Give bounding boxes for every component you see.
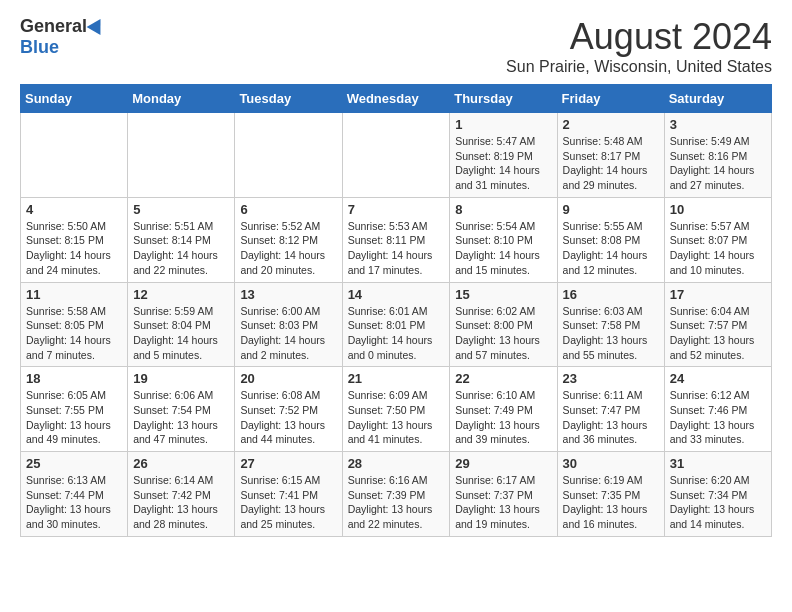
logo-general-text: General bbox=[20, 16, 87, 37]
calendar-cell: 28Sunrise: 6:16 AM Sunset: 7:39 PM Dayli… bbox=[342, 452, 450, 537]
calendar-table: SundayMondayTuesdayWednesdayThursdayFrid… bbox=[20, 84, 772, 537]
day-of-week-header: Saturday bbox=[664, 85, 771, 113]
day-of-week-header: Monday bbox=[128, 85, 235, 113]
day-number: 4 bbox=[26, 202, 122, 217]
day-number: 15 bbox=[455, 287, 551, 302]
calendar-cell: 2Sunrise: 5:48 AM Sunset: 8:17 PM Daylig… bbox=[557, 113, 664, 198]
calendar-cell: 25Sunrise: 6:13 AM Sunset: 7:44 PM Dayli… bbox=[21, 452, 128, 537]
calendar-cell: 26Sunrise: 6:14 AM Sunset: 7:42 PM Dayli… bbox=[128, 452, 235, 537]
day-number: 17 bbox=[670, 287, 766, 302]
day-number: 21 bbox=[348, 371, 445, 386]
calendar-header-row: SundayMondayTuesdayWednesdayThursdayFrid… bbox=[21, 85, 772, 113]
day-info: Sunrise: 5:51 AM Sunset: 8:14 PM Dayligh… bbox=[133, 219, 229, 278]
day-info: Sunrise: 5:50 AM Sunset: 8:15 PM Dayligh… bbox=[26, 219, 122, 278]
calendar-cell: 13Sunrise: 6:00 AM Sunset: 8:03 PM Dayli… bbox=[235, 282, 342, 367]
day-info: Sunrise: 6:10 AM Sunset: 7:49 PM Dayligh… bbox=[455, 388, 551, 447]
day-number: 19 bbox=[133, 371, 229, 386]
day-of-week-header: Wednesday bbox=[342, 85, 450, 113]
logo-triangle-icon bbox=[87, 14, 108, 34]
day-info: Sunrise: 5:52 AM Sunset: 8:12 PM Dayligh… bbox=[240, 219, 336, 278]
day-info: Sunrise: 6:05 AM Sunset: 7:55 PM Dayligh… bbox=[26, 388, 122, 447]
day-info: Sunrise: 6:13 AM Sunset: 7:44 PM Dayligh… bbox=[26, 473, 122, 532]
calendar-cell: 17Sunrise: 6:04 AM Sunset: 7:57 PM Dayli… bbox=[664, 282, 771, 367]
month-year-title: August 2024 bbox=[506, 16, 772, 58]
day-info: Sunrise: 6:09 AM Sunset: 7:50 PM Dayligh… bbox=[348, 388, 445, 447]
day-number: 13 bbox=[240, 287, 336, 302]
day-of-week-header: Tuesday bbox=[235, 85, 342, 113]
calendar-cell: 9Sunrise: 5:55 AM Sunset: 8:08 PM Daylig… bbox=[557, 197, 664, 282]
day-of-week-header: Thursday bbox=[450, 85, 557, 113]
calendar-cell: 29Sunrise: 6:17 AM Sunset: 7:37 PM Dayli… bbox=[450, 452, 557, 537]
day-info: Sunrise: 6:04 AM Sunset: 7:57 PM Dayligh… bbox=[670, 304, 766, 363]
calendar-cell bbox=[21, 113, 128, 198]
calendar-week-row: 25Sunrise: 6:13 AM Sunset: 7:44 PM Dayli… bbox=[21, 452, 772, 537]
day-info: Sunrise: 5:47 AM Sunset: 8:19 PM Dayligh… bbox=[455, 134, 551, 193]
day-number: 28 bbox=[348, 456, 445, 471]
day-of-week-header: Friday bbox=[557, 85, 664, 113]
day-number: 1 bbox=[455, 117, 551, 132]
day-info: Sunrise: 5:57 AM Sunset: 8:07 PM Dayligh… bbox=[670, 219, 766, 278]
calendar-week-row: 4Sunrise: 5:50 AM Sunset: 8:15 PM Daylig… bbox=[21, 197, 772, 282]
calendar-cell: 24Sunrise: 6:12 AM Sunset: 7:46 PM Dayli… bbox=[664, 367, 771, 452]
calendar-week-row: 18Sunrise: 6:05 AM Sunset: 7:55 PM Dayli… bbox=[21, 367, 772, 452]
day-number: 6 bbox=[240, 202, 336, 217]
logo-blue-text: Blue bbox=[20, 37, 59, 58]
day-info: Sunrise: 6:00 AM Sunset: 8:03 PM Dayligh… bbox=[240, 304, 336, 363]
calendar-cell: 30Sunrise: 6:19 AM Sunset: 7:35 PM Dayli… bbox=[557, 452, 664, 537]
day-number: 2 bbox=[563, 117, 659, 132]
day-info: Sunrise: 6:03 AM Sunset: 7:58 PM Dayligh… bbox=[563, 304, 659, 363]
day-number: 20 bbox=[240, 371, 336, 386]
day-info: Sunrise: 6:19 AM Sunset: 7:35 PM Dayligh… bbox=[563, 473, 659, 532]
day-number: 9 bbox=[563, 202, 659, 217]
logo: General Blue bbox=[20, 16, 105, 58]
calendar-cell: 31Sunrise: 6:20 AM Sunset: 7:34 PM Dayli… bbox=[664, 452, 771, 537]
day-number: 16 bbox=[563, 287, 659, 302]
day-info: Sunrise: 6:12 AM Sunset: 7:46 PM Dayligh… bbox=[670, 388, 766, 447]
calendar-cell bbox=[342, 113, 450, 198]
calendar-cell: 11Sunrise: 5:58 AM Sunset: 8:05 PM Dayli… bbox=[21, 282, 128, 367]
day-number: 11 bbox=[26, 287, 122, 302]
day-info: Sunrise: 5:54 AM Sunset: 8:10 PM Dayligh… bbox=[455, 219, 551, 278]
day-number: 10 bbox=[670, 202, 766, 217]
calendar-cell: 3Sunrise: 5:49 AM Sunset: 8:16 PM Daylig… bbox=[664, 113, 771, 198]
calendar-cell: 7Sunrise: 5:53 AM Sunset: 8:11 PM Daylig… bbox=[342, 197, 450, 282]
day-number: 26 bbox=[133, 456, 229, 471]
day-number: 8 bbox=[455, 202, 551, 217]
day-number: 27 bbox=[240, 456, 336, 471]
day-info: Sunrise: 6:06 AM Sunset: 7:54 PM Dayligh… bbox=[133, 388, 229, 447]
day-info: Sunrise: 5:55 AM Sunset: 8:08 PM Dayligh… bbox=[563, 219, 659, 278]
calendar-week-row: 11Sunrise: 5:58 AM Sunset: 8:05 PM Dayli… bbox=[21, 282, 772, 367]
calendar-cell: 14Sunrise: 6:01 AM Sunset: 8:01 PM Dayli… bbox=[342, 282, 450, 367]
calendar-cell: 20Sunrise: 6:08 AM Sunset: 7:52 PM Dayli… bbox=[235, 367, 342, 452]
day-of-week-header: Sunday bbox=[21, 85, 128, 113]
day-number: 3 bbox=[670, 117, 766, 132]
day-info: Sunrise: 6:15 AM Sunset: 7:41 PM Dayligh… bbox=[240, 473, 336, 532]
page-header: General Blue August 2024 Sun Prairie, Wi… bbox=[20, 16, 772, 76]
calendar-cell: 15Sunrise: 6:02 AM Sunset: 8:00 PM Dayli… bbox=[450, 282, 557, 367]
day-info: Sunrise: 6:08 AM Sunset: 7:52 PM Dayligh… bbox=[240, 388, 336, 447]
day-number: 24 bbox=[670, 371, 766, 386]
calendar-cell: 5Sunrise: 5:51 AM Sunset: 8:14 PM Daylig… bbox=[128, 197, 235, 282]
day-info: Sunrise: 6:17 AM Sunset: 7:37 PM Dayligh… bbox=[455, 473, 551, 532]
calendar-cell: 21Sunrise: 6:09 AM Sunset: 7:50 PM Dayli… bbox=[342, 367, 450, 452]
day-number: 14 bbox=[348, 287, 445, 302]
day-info: Sunrise: 6:01 AM Sunset: 8:01 PM Dayligh… bbox=[348, 304, 445, 363]
calendar-cell: 8Sunrise: 5:54 AM Sunset: 8:10 PM Daylig… bbox=[450, 197, 557, 282]
day-info: Sunrise: 6:14 AM Sunset: 7:42 PM Dayligh… bbox=[133, 473, 229, 532]
day-number: 22 bbox=[455, 371, 551, 386]
calendar-cell: 18Sunrise: 6:05 AM Sunset: 7:55 PM Dayli… bbox=[21, 367, 128, 452]
day-info: Sunrise: 5:48 AM Sunset: 8:17 PM Dayligh… bbox=[563, 134, 659, 193]
day-number: 18 bbox=[26, 371, 122, 386]
calendar-week-row: 1Sunrise: 5:47 AM Sunset: 8:19 PM Daylig… bbox=[21, 113, 772, 198]
day-info: Sunrise: 6:20 AM Sunset: 7:34 PM Dayligh… bbox=[670, 473, 766, 532]
day-info: Sunrise: 5:49 AM Sunset: 8:16 PM Dayligh… bbox=[670, 134, 766, 193]
calendar-cell: 6Sunrise: 5:52 AM Sunset: 8:12 PM Daylig… bbox=[235, 197, 342, 282]
day-number: 12 bbox=[133, 287, 229, 302]
calendar-cell: 1Sunrise: 5:47 AM Sunset: 8:19 PM Daylig… bbox=[450, 113, 557, 198]
day-number: 29 bbox=[455, 456, 551, 471]
day-number: 7 bbox=[348, 202, 445, 217]
day-info: Sunrise: 6:16 AM Sunset: 7:39 PM Dayligh… bbox=[348, 473, 445, 532]
day-info: Sunrise: 6:11 AM Sunset: 7:47 PM Dayligh… bbox=[563, 388, 659, 447]
calendar-cell: 4Sunrise: 5:50 AM Sunset: 8:15 PM Daylig… bbox=[21, 197, 128, 282]
calendar-cell bbox=[128, 113, 235, 198]
